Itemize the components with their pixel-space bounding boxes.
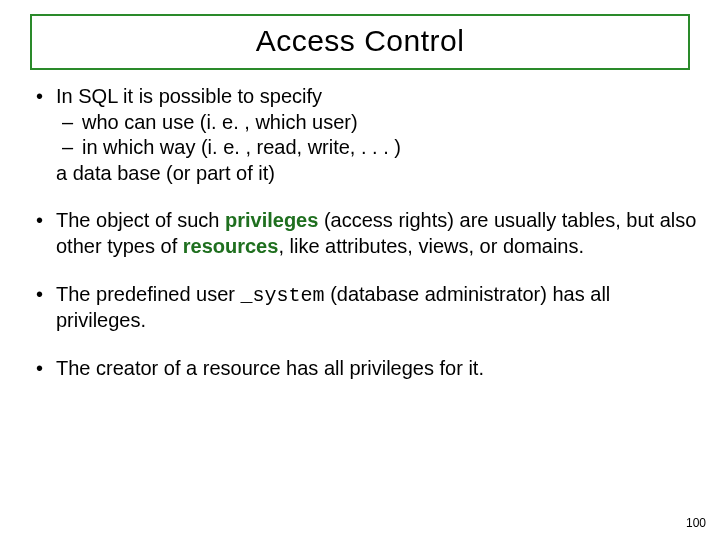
title-box: Access Control xyxy=(30,14,690,70)
slide: Access Control In SQL it is possible to … xyxy=(0,0,720,540)
bullet-1-line-1: In SQL it is possible to specify xyxy=(56,85,322,107)
bullet-4-text: The creator of a resource has all privil… xyxy=(56,357,484,379)
bullet-1: In SQL it is possible to specify who can… xyxy=(22,84,698,186)
page-number: 100 xyxy=(686,516,706,530)
bullet-1-line-2: a data base (or part of it) xyxy=(56,161,698,187)
bullet-2: The object of such privileges (access ri… xyxy=(22,208,698,259)
bullet-2-text-pre: The object of such xyxy=(56,209,225,231)
slide-title: Access Control xyxy=(256,24,465,57)
bullet-4: The creator of a resource has all privil… xyxy=(22,356,698,382)
bullet-3: The predefined user _system (database ad… xyxy=(22,282,698,334)
bullet-1-sub-1: who can use (i. e. , which user) xyxy=(56,110,698,136)
keyword-resources: resources xyxy=(183,235,279,257)
bullet-3-text-pre: The predefined user xyxy=(56,283,241,305)
bullet-2-text-post: , like attributes, views, or domains. xyxy=(278,235,584,257)
system-user: _system xyxy=(241,284,325,307)
bullet-1-sub-2: in which way (i. e. , read, write, . . .… xyxy=(56,135,698,161)
keyword-privileges: privileges xyxy=(225,209,318,231)
bullet-list: In SQL it is possible to specify who can… xyxy=(22,84,698,381)
